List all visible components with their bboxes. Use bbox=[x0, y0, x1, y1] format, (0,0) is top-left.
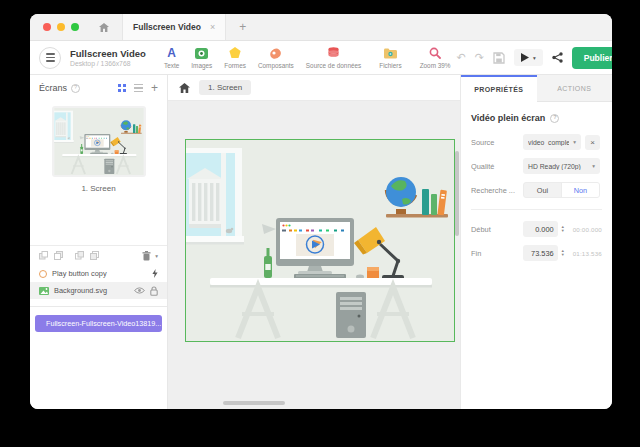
minimize-window-button[interactable] bbox=[57, 23, 65, 31]
image-layer-icon bbox=[39, 287, 49, 295]
source-field-row: Source video_complete_... ▾ × bbox=[471, 134, 602, 150]
layer-label: Background.svg bbox=[54, 286, 107, 295]
breadcrumb-screen-chip[interactable]: 1. Screen bbox=[199, 80, 251, 95]
artboard-screen-1[interactable] bbox=[185, 139, 455, 342]
tab-actions[interactable]: ACTIONS bbox=[537, 75, 613, 102]
horizontal-scrollbar[interactable] bbox=[223, 401, 285, 405]
lightning-icon[interactable] bbox=[152, 269, 158, 278]
menu-button[interactable] bbox=[39, 47, 61, 69]
screen-thumbnail-label[interactable]: 1. Screen bbox=[30, 184, 167, 193]
zoom-tool-button[interactable]: Zoom 39% bbox=[414, 47, 457, 69]
share-icon[interactable] bbox=[552, 52, 563, 63]
play-button-layer-icon bbox=[39, 270, 47, 278]
source-label: Source bbox=[471, 138, 523, 147]
bring-forward-icon[interactable] bbox=[75, 251, 84, 260]
window-controls[interactable] bbox=[30, 23, 87, 31]
info-icon[interactable]: ? bbox=[71, 84, 80, 93]
toolbar-right-group: ↶ ↷ ▾ Publier bbox=[457, 47, 612, 69]
list-view-icon[interactable] bbox=[134, 84, 143, 93]
play-dropdown-caret-icon[interactable]: ▾ bbox=[533, 55, 536, 61]
delete-layer-icon[interactable] bbox=[142, 251, 151, 261]
send-backward-icon[interactable] bbox=[39, 251, 48, 260]
clear-source-button[interactable]: × bbox=[585, 135, 600, 150]
source-value: video_complete_... bbox=[528, 139, 569, 146]
add-screen-button[interactable]: + bbox=[151, 83, 158, 93]
visibility-eye-icon[interactable] bbox=[134, 287, 145, 294]
layer-row-play-button[interactable]: Play button copy bbox=[30, 265, 167, 282]
app-window: Fullscreen Video × + Fullscreen Video De… bbox=[30, 14, 612, 409]
start-time-input[interactable]: 0.000 bbox=[523, 221, 558, 237]
tab-properties[interactable]: PROPRIÉTÉS bbox=[461, 75, 537, 102]
text-icon: A bbox=[167, 47, 176, 60]
delete-options-caret-icon[interactable]: ▾ bbox=[155, 253, 158, 259]
save-icon[interactable] bbox=[493, 52, 505, 64]
quality-select[interactable]: HD Ready (720p) ▾ bbox=[523, 158, 600, 174]
shapes-tool-button[interactable]: Formes bbox=[218, 47, 252, 69]
main-toolbar: Fullscreen Video Desktop / 1366x768 A Te… bbox=[30, 41, 612, 75]
bring-to-front-icon[interactable] bbox=[90, 251, 99, 260]
end-timecode: 01:13.536 bbox=[573, 250, 602, 257]
home-icon[interactable] bbox=[99, 23, 109, 32]
start-stepper[interactable]: ▲ ▼ bbox=[561, 225, 565, 234]
end-time-input[interactable]: 73.536 bbox=[523, 245, 558, 261]
seek-field-row: Recherche ... Oui Non bbox=[471, 182, 602, 198]
properties-heading: Vidéo plein écran bbox=[471, 113, 545, 123]
text-tool-button[interactable]: A Texte bbox=[158, 47, 185, 69]
preview-play-button[interactable]: ▾ bbox=[514, 49, 543, 66]
component-icon bbox=[269, 47, 282, 60]
source-select[interactable]: video_complete_... ▾ bbox=[523, 134, 581, 150]
tab-title: Fullscreen Video bbox=[133, 22, 201, 32]
screens-view-controls: + bbox=[118, 83, 158, 93]
quality-value: HD Ready (720p) bbox=[528, 163, 588, 170]
workspace-illustration bbox=[186, 140, 454, 341]
camera-icon bbox=[195, 47, 208, 60]
start-label: Début bbox=[471, 225, 523, 234]
screen-thumbnail-preview bbox=[54, 108, 144, 175]
magnifier-icon bbox=[429, 47, 441, 60]
content-area: Écrans ? + 1. Screen bbox=[30, 75, 612, 409]
canvas-area: 1. Screen bbox=[168, 75, 460, 409]
screens-panel-title: Écrans bbox=[39, 83, 67, 93]
screens-list: 1. Screen bbox=[30, 101, 167, 246]
home-icon[interactable] bbox=[179, 83, 190, 93]
properties-panel-tabs: PROPRIÉTÉS ACTIONS bbox=[461, 75, 612, 102]
new-tab-button[interactable]: + bbox=[226, 20, 259, 34]
step-down-icon[interactable]: ▼ bbox=[561, 253, 565, 258]
close-window-button[interactable] bbox=[43, 23, 51, 31]
end-stepper[interactable]: ▲ ▼ bbox=[561, 249, 565, 258]
document-title-block: Fullscreen Video Desktop / 1366x768 bbox=[70, 48, 148, 67]
seek-option-yes[interactable]: Oui bbox=[524, 183, 561, 197]
canvas-viewport[interactable] bbox=[168, 101, 460, 409]
data-source-tool-button[interactable]: Source de données bbox=[300, 47, 367, 69]
tab-close-icon[interactable]: × bbox=[210, 22, 215, 32]
layer-actions bbox=[152, 269, 158, 278]
layer-actions bbox=[134, 286, 158, 296]
send-to-back-icon[interactable] bbox=[54, 251, 63, 260]
redo-icon[interactable]: ↷ bbox=[475, 52, 484, 63]
screen-thumbnail[interactable] bbox=[52, 106, 146, 177]
lock-icon[interactable] bbox=[150, 286, 158, 296]
images-tool-button[interactable]: Images bbox=[185, 47, 218, 69]
seek-toggle: Oui Non bbox=[523, 182, 600, 198]
layer-row-background[interactable]: Background.svg bbox=[30, 282, 167, 299]
publish-button[interactable]: Publier bbox=[572, 47, 612, 69]
desktop-background: Fullscreen Video × + Fullscreen Video De… bbox=[0, 0, 640, 447]
grid-view-icon[interactable] bbox=[118, 84, 126, 92]
layer-row-video-selected[interactable]: Fullscreen-Fullscreen-Video13819... bbox=[35, 315, 162, 332]
step-down-icon[interactable]: ▼ bbox=[561, 229, 565, 234]
layer-label: Fullscreen-Fullscreen-Video13819... bbox=[46, 319, 161, 328]
undo-icon[interactable]: ↶ bbox=[457, 52, 466, 63]
vertical-scrollbar[interactable] bbox=[455, 151, 459, 236]
info-icon[interactable]: ? bbox=[550, 114, 559, 123]
seek-option-no[interactable]: Non bbox=[561, 183, 599, 197]
maximize-window-button[interactable] bbox=[71, 23, 79, 31]
components-tool-button[interactable]: Composants bbox=[252, 47, 300, 69]
files-tool-button[interactable]: Fichiers bbox=[373, 47, 407, 69]
folder-icon bbox=[384, 47, 397, 60]
screens-panel-header: Écrans ? + bbox=[30, 75, 167, 101]
form-divider bbox=[471, 209, 602, 210]
properties-panel: PROPRIÉTÉS ACTIONS Vidéo plein écran ? S… bbox=[460, 75, 612, 409]
tab-fullscreen-video[interactable]: Fullscreen Video × bbox=[122, 14, 226, 40]
left-sidebar: Écrans ? + 1. Screen bbox=[30, 75, 168, 409]
document-subtitle: Desktop / 1366x768 bbox=[70, 60, 148, 67]
